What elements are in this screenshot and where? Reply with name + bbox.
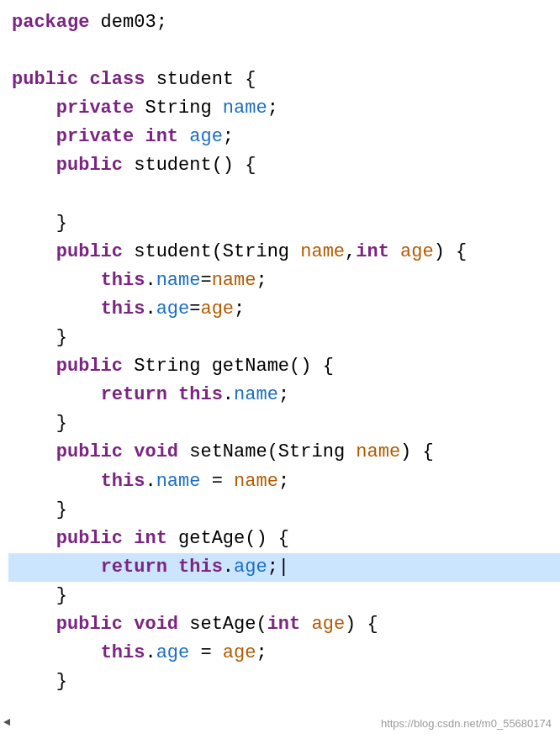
watermark: https://blog.csdn.net/m0_55680174 <box>381 715 552 732</box>
code-line: private String name; <box>8 94 560 123</box>
code-line: } <box>8 668 560 696</box>
code-editor: package dem03; public class student { pr… <box>0 0 560 739</box>
code-line: public class student { <box>8 66 560 94</box>
code-line: public void setName(String name) { <box>8 438 560 467</box>
code-line: } <box>8 582 560 610</box>
code-line: this.name = name; <box>8 467 560 496</box>
code-line <box>8 181 560 209</box>
code-line: } <box>8 209 560 238</box>
code-line: public student(String name,int age) { <box>8 238 560 267</box>
code-line: this.name=name; <box>8 267 560 295</box>
code-line: this.age = age; <box>8 639 560 668</box>
code-line <box>8 37 560 66</box>
code-line: public void setAge(int age) { <box>8 610 560 639</box>
scroll-left-icon[interactable]: ◄ <box>3 714 10 732</box>
code-line: this.age=age; <box>8 295 560 324</box>
code-line: return this.age;| <box>8 553 560 582</box>
code-line: private int age; <box>8 123 560 151</box>
code-line: public student() { <box>8 151 560 180</box>
code-line: public String getName() { <box>8 352 560 381</box>
code-content: package dem03; public class student { pr… <box>8 8 560 696</box>
code-line: public int getAge() { <box>8 525 560 553</box>
code-line: } <box>8 409 560 438</box>
code-line: return this.name; <box>8 381 560 409</box>
code-line: } <box>8 496 560 525</box>
code-line: } <box>8 324 560 352</box>
code-line: package dem03; <box>8 8 560 37</box>
